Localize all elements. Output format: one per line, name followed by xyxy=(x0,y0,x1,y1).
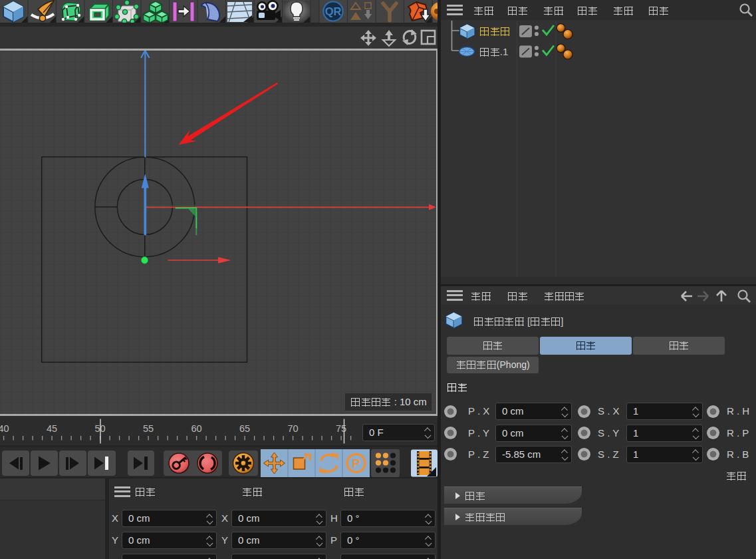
svg-text:QR: QR xyxy=(325,5,342,17)
svg-text:P: P xyxy=(352,457,360,470)
svg-text:70: 70 xyxy=(288,423,299,434)
svg-text:75: 75 xyxy=(336,423,346,434)
svg-text:60: 60 xyxy=(191,423,202,434)
svg-text:65: 65 xyxy=(239,423,250,434)
svg-text:40: 40 xyxy=(0,423,9,434)
svg-text:55: 55 xyxy=(143,423,154,434)
svg-text:45: 45 xyxy=(47,423,57,434)
